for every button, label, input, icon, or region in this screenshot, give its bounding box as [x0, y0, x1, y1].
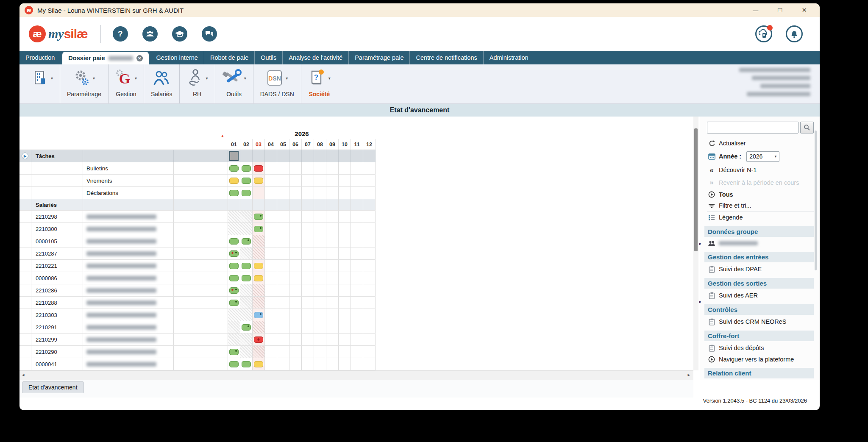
- status-pill-green[interactable]: [242, 263, 251, 269]
- sidebar-item-group[interactable]: [707, 238, 814, 249]
- month-cell[interactable]: [228, 284, 240, 296]
- status-pill-green[interactable]: [242, 361, 251, 367]
- tab-outils[interactable]: Outils: [254, 51, 282, 64]
- toolbar-group-outils[interactable]: ▾Outils: [215, 64, 253, 103]
- month-cell[interactable]: [228, 272, 240, 284]
- sidebar-scrollbar[interactable]: [815, 131, 817, 270]
- month-cell[interactable]: [240, 260, 253, 272]
- employee-row-2210298[interactable]: 2210298: [19, 211, 376, 223]
- status-pill-green[interactable]: [229, 190, 239, 196]
- month-cell[interactable]: [253, 223, 265, 235]
- month-header-12[interactable]: 12: [363, 139, 376, 150]
- status-pill-blue-dot[interactable]: [254, 312, 263, 318]
- tab-analyse-de-l-activit-[interactable]: Analyse de l'activité: [282, 51, 348, 64]
- month-cell[interactable]: [228, 297, 240, 309]
- status-pill-green[interactable]: [242, 275, 251, 281]
- close-button[interactable]: [801, 3, 807, 17]
- splitter-arrow-icon[interactable]: ►: [698, 242, 702, 246]
- month-cell[interactable]: [253, 175, 265, 186]
- month-cell[interactable]: [240, 187, 253, 199]
- status-pill-green-dot[interactable]: [254, 214, 263, 220]
- academy-icon[interactable]: [172, 26, 187, 42]
- status-pill-green[interactable]: [229, 238, 239, 245]
- help-icon[interactable]: ?: [113, 26, 128, 42]
- month-cell[interactable]: [228, 175, 240, 186]
- status-pill-green-star[interactable]: [229, 287, 239, 294]
- employee-row-2210290[interactable]: 2210290: [19, 346, 376, 358]
- status-pill-yellow[interactable]: [254, 263, 263, 269]
- toolbar-group-param-trage[interactable]: ▾Paramétrage: [60, 64, 108, 103]
- sidebar-search-input[interactable]: [707, 122, 798, 133]
- month-cell[interactable]: [253, 260, 265, 272]
- employee-row-0000105[interactable]: 0000105: [19, 235, 376, 247]
- toolbar-group-rh[interactable]: ▾RH: [179, 64, 215, 103]
- employee-row-0000041[interactable]: 0000041: [19, 358, 376, 370]
- month-cell[interactable]: [228, 187, 240, 199]
- month-cell[interactable]: [253, 211, 265, 222]
- tab-administration[interactable]: Administration: [483, 51, 534, 64]
- sidebar-item-l-gende[interactable]: Légende: [707, 211, 814, 223]
- month-header-05[interactable]: 05: [277, 139, 289, 150]
- updates-icon[interactable]: [755, 25, 772, 42]
- toolbar-group-soci-t-[interactable]: ?▾Société: [301, 64, 337, 103]
- sidebar-item-suivi-des-dpae[interactable]: Suivi des DPAE: [707, 264, 814, 275]
- employee-row-2210300[interactable]: 2210300: [19, 223, 376, 235]
- month-cell[interactable]: [228, 247, 240, 259]
- minimize-button[interactable]: [753, 3, 758, 17]
- month-header-06[interactable]: 06: [289, 139, 302, 150]
- sidebar-item-tous[interactable]: Tous: [707, 189, 814, 200]
- status-pill-green-dot[interactable]: [242, 324, 251, 331]
- month-cell[interactable]: [240, 272, 253, 284]
- sidebar-item-naviguer-vers-la-plateforme[interactable]: Naviguer vers la plateforme: [707, 354, 814, 365]
- month-header-04[interactable]: 04: [265, 139, 277, 150]
- month-cell[interactable]: [228, 235, 240, 247]
- task-row-bulletins[interactable]: Bulletins: [19, 162, 376, 175]
- month-cell[interactable]: [240, 358, 253, 370]
- status-pill-red[interactable]: [254, 165, 263, 172]
- taches-group-row[interactable]: ▶Tâches: [19, 150, 376, 162]
- month-cell[interactable]: [240, 235, 253, 247]
- community-icon[interactable]: [142, 26, 158, 42]
- salaries-group-row[interactable]: Salariés: [19, 199, 376, 211]
- employee-row-2210291[interactable]: 2210291: [19, 321, 376, 334]
- vertical-scrollbar-thumb[interactable]: [694, 128, 698, 251]
- status-pill-green[interactable]: [229, 263, 239, 269]
- tab-param-trage-paie[interactable]: Paramétrage paie: [348, 51, 409, 64]
- month-cell[interactable]: [240, 162, 253, 174]
- month-cell[interactable]: [253, 358, 265, 370]
- status-pill-green[interactable]: [229, 165, 239, 172]
- tab-dossier-paie[interactable]: Dossier paie✕: [62, 52, 148, 64]
- status-pill-green-dot[interactable]: [254, 226, 263, 232]
- notifications-icon[interactable]: [786, 25, 803, 42]
- month-header-09[interactable]: 09: [326, 139, 339, 150]
- sidebar-item-suivi-des-d-p-ts[interactable]: Suivi des dépôts: [707, 342, 814, 354]
- maximize-button[interactable]: [778, 3, 782, 17]
- month-header-01[interactable]: 01: [228, 139, 240, 150]
- status-pill-yellow[interactable]: [229, 178, 239, 184]
- bottom-tab-etat-avancement[interactable]: Etat d'avancement: [22, 381, 84, 393]
- month-cell[interactable]: [228, 162, 240, 174]
- year-select[interactable]: 2026▾: [746, 151, 779, 162]
- tab-close-icon[interactable]: ✕: [136, 55, 143, 61]
- status-pill-green[interactable]: [242, 178, 251, 184]
- status-pill-green[interactable]: [242, 165, 251, 172]
- expand-icon[interactable]: ▶: [22, 153, 28, 159]
- status-pill-green-dot[interactable]: [229, 349, 239, 355]
- status-pill-yellow[interactable]: [254, 275, 263, 281]
- employee-row-2210287[interactable]: 2210287: [19, 247, 376, 260]
- sidebar-item-ann-e-[interactable]: Année :2026▾: [707, 149, 814, 164]
- task-row-virements[interactable]: Virements: [19, 175, 376, 187]
- month-header-10[interactable]: 10: [339, 139, 351, 150]
- toolbar-group-salari-s[interactable]: Salariés: [144, 64, 179, 103]
- dropdown-caret-icon[interactable]: ▾: [135, 76, 137, 81]
- task-row-déclarations[interactable]: Déclarations: [19, 187, 376, 199]
- status-pill-green[interactable]: [242, 190, 251, 196]
- status-pill-yellow[interactable]: [254, 178, 263, 184]
- month-cell[interactable]: [228, 358, 240, 370]
- dropdown-caret-icon[interactable]: ▾: [328, 76, 331, 81]
- employee-row-2210299[interactable]: 2210299: [19, 334, 376, 346]
- sidebar-item-actualiser[interactable]: Actualiser: [707, 138, 814, 149]
- tab-robot-de-paie[interactable]: Robot de paie: [204, 51, 254, 64]
- sidebar-item-suivi-des-aer[interactable]: Suivi des AER: [707, 290, 814, 301]
- month-header-08[interactable]: 08: [314, 139, 326, 150]
